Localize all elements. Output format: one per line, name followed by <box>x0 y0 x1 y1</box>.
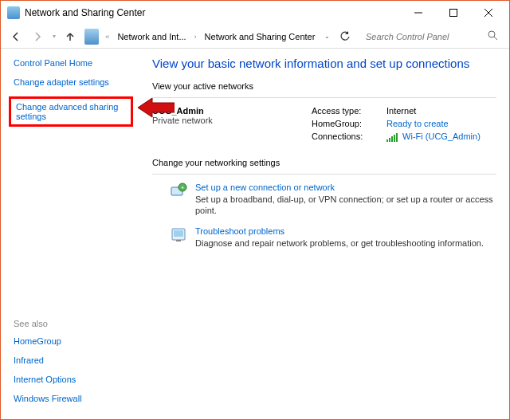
connection-name[interactable]: Wi-Fi (UCG_Admin) <box>402 131 481 141</box>
divider <box>152 97 496 98</box>
see-also-section: See also HomeGroup Infrared Internet Opt… <box>14 319 144 413</box>
network-identity: UCG_Admin Private network <box>152 106 312 142</box>
change-adapter-link[interactable]: Change adapter settings <box>14 77 144 87</box>
svg-point-4 <box>488 31 495 37</box>
access-type-label: Access type: <box>312 106 383 116</box>
setup-connection-icon: + <box>170 183 187 200</box>
chevron-right-icon[interactable]: › <box>193 33 198 41</box>
setup-connection-body: Set up a new connection or network Set u… <box>195 183 496 218</box>
access-type-value: Internet <box>386 106 481 116</box>
search-input[interactable] <box>363 29 480 45</box>
divider <box>152 174 496 175</box>
troubleshoot-body: Troubleshoot problems Diagnose and repai… <box>195 226 496 249</box>
breadcrumb-current[interactable]: Network and Sharing Center <box>202 32 319 41</box>
setup-connection-row: + Set up a new connection or network Set… <box>170 183 496 218</box>
window-title: Network and Sharing Center <box>25 7 401 18</box>
svg-line-5 <box>494 37 497 40</box>
back-button[interactable] <box>7 27 25 46</box>
change-settings-heading: Change your networking settings <box>152 158 496 169</box>
network-name: UCG_Admin <box>152 106 312 116</box>
troubleshoot-link[interactable]: Troubleshoot problems <box>195 226 496 236</box>
main-panel: View your basic network information and … <box>144 49 509 419</box>
setup-connection-desc: Set up a broadband, dial-up, or VPN conn… <box>195 194 496 218</box>
see-also-heading: See also <box>14 319 144 328</box>
svg-rect-11 <box>176 240 181 241</box>
see-also-link[interactable]: Internet Options <box>14 375 144 384</box>
svg-marker-12 <box>138 98 175 117</box>
breadcrumb-parent[interactable]: Network and Int... <box>114 32 189 41</box>
homegroup-label: HomeGroup: <box>312 119 383 128</box>
troubleshoot-desc: Diagnose and repair network problems, or… <box>195 237 496 249</box>
window-controls <box>401 2 506 24</box>
chevron-right-icon[interactable]: « <box>104 33 111 41</box>
page-title: View your basic network information and … <box>152 57 496 70</box>
network-type: Private network <box>152 116 312 125</box>
setup-connection-link[interactable]: Set up a new connection or network <box>195 183 496 192</box>
sidebar: Control Panel Home Change adapter settin… <box>1 49 144 419</box>
change-advanced-sharing-highlight: Change advanced sharing settings <box>9 96 133 127</box>
troubleshoot-row: Troubleshoot problems Diagnose and repai… <box>170 226 496 249</box>
refresh-button[interactable] <box>336 28 353 45</box>
title-bar: Network and Sharing Center <box>1 1 509 25</box>
wifi-signal-icon <box>386 133 398 142</box>
control-panel-home-link[interactable]: Control Panel Home <box>14 58 144 68</box>
svg-rect-10 <box>174 230 183 237</box>
breadcrumb-dropdown[interactable]: ⌄ <box>321 33 330 40</box>
maximize-button[interactable] <box>436 2 471 24</box>
active-network-row: UCG_Admin Private network Access type: I… <box>152 106 496 142</box>
network-details: Access type: Internet HomeGroup: Ready t… <box>312 106 481 142</box>
search-icon[interactable] <box>483 30 503 42</box>
close-button[interactable] <box>471 2 506 24</box>
forward-button[interactable] <box>28 27 45 46</box>
location-icon[interactable] <box>84 29 100 45</box>
troubleshoot-icon <box>170 226 187 244</box>
app-icon <box>7 6 20 19</box>
annotation-arrow <box>138 96 175 120</box>
svg-text:+: + <box>181 184 185 191</box>
change-advanced-sharing-link[interactable]: Change advanced sharing settings <box>16 102 126 121</box>
content-body: Control Panel Home Change adapter settin… <box>1 49 509 419</box>
minimize-button[interactable] <box>401 2 436 24</box>
connection-link[interactable]: Wi-Fi (UCG_Admin) <box>386 131 481 142</box>
connections-label: Connections: <box>312 131 383 142</box>
recent-dropdown[interactable]: ▾ <box>49 27 58 46</box>
svg-rect-1 <box>450 10 457 17</box>
active-networks-heading: View your active networks <box>152 81 496 92</box>
see-also-link[interactable]: Windows Firewall <box>14 394 144 403</box>
see-also-link[interactable]: Infrared <box>14 355 144 365</box>
homegroup-link[interactable]: Ready to create <box>386 119 481 128</box>
see-also-link[interactable]: HomeGroup <box>14 336 144 346</box>
nav-bar: ▾ « Network and Int... › Network and Sha… <box>1 25 509 49</box>
up-button[interactable] <box>61 27 79 46</box>
window-frame: Network and Sharing Center ▾ « Network a… <box>0 0 510 420</box>
